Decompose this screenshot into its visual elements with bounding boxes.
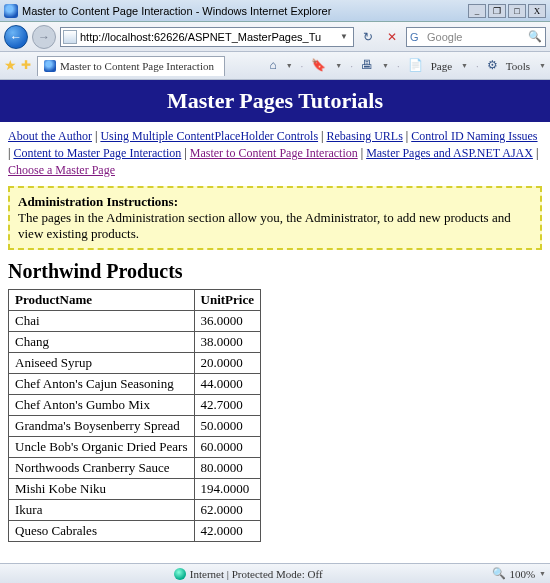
tab-favicon (44, 60, 56, 72)
product-name-cell: Queso Cabrales (9, 521, 195, 542)
unit-price-cell: 62.0000 (194, 500, 260, 521)
search-placeholder: Google (427, 31, 528, 43)
products-table: ProductNameUnitPrice Chai36.0000Chang38.… (8, 289, 261, 542)
product-name-cell: Mishi Kobe Niku (9, 479, 195, 500)
tools-menu-icon[interactable]: ⚙ (487, 58, 498, 73)
status-bar: Internet | Protected Mode: Off 🔍 100% ▼ (0, 563, 550, 583)
internet-zone-icon (174, 568, 186, 580)
refresh-button[interactable]: ↻ (358, 27, 378, 47)
url-dropdown-icon[interactable]: ▼ (337, 32, 351, 41)
table-row: Chang38.0000 (9, 332, 261, 353)
table-row: Northwoods Cranberry Sauce80.0000 (9, 458, 261, 479)
zone-text: Internet | Protected Mode: Off (190, 568, 323, 580)
table-row: Chef Anton's Cajun Seasoning44.0000 (9, 374, 261, 395)
tutorial-link[interactable]: Rebasing URLs (326, 129, 402, 143)
page-content: Master Pages Tutorials About the Author … (0, 80, 550, 563)
unit-price-cell: 60.0000 (194, 437, 260, 458)
url-field[interactable]: http://localhost:62626/ASPNET_MasterPage… (60, 27, 354, 47)
back-button[interactable]: ← (4, 25, 28, 49)
admin-instructions-title: Administration Instructions: (18, 194, 532, 210)
search-go-icon[interactable]: 🔍 (528, 30, 542, 43)
home-drop-icon[interactable]: ▼ (286, 62, 293, 70)
table-row: Aniseed Syrup20.0000 (9, 353, 261, 374)
unit-price-cell: 44.0000 (194, 374, 260, 395)
tutorial-link[interactable]: Master Pages and ASP.NET AJAX (366, 146, 533, 160)
link-separator: | (533, 146, 538, 160)
page-drop-icon[interactable]: ▼ (461, 62, 468, 70)
zoom-level[interactable]: 100% (509, 568, 535, 580)
page-banner: Master Pages Tutorials (0, 80, 550, 122)
add-favorites-icon[interactable]: ✚ (21, 58, 31, 73)
table-row: Grandma's Boysenberry Spread50.0000 (9, 416, 261, 437)
tab-title: Master to Content Page Interaction (60, 60, 214, 72)
unit-price-cell: 80.0000 (194, 458, 260, 479)
table-row: Ikura62.0000 (9, 500, 261, 521)
table-header: UnitPrice (194, 290, 260, 311)
url-text: http://localhost:62626/ASPNET_MasterPage… (80, 31, 337, 43)
favorites-star-icon[interactable]: ★ (4, 57, 17, 74)
product-name-cell: Uncle Bob's Organic Dried Pears (9, 437, 195, 458)
table-row: Chai36.0000 (9, 311, 261, 332)
admin-instructions-box: Administration Instructions: The pages i… (8, 186, 542, 250)
product-name-cell: Aniseed Syrup (9, 353, 195, 374)
feeds-icon[interactable]: 🔖 (311, 58, 326, 73)
product-name-cell: Chef Anton's Gumbo Mix (9, 395, 195, 416)
admin-instructions-body: The pages in the Administration section … (18, 210, 532, 242)
unit-price-cell: 42.7000 (194, 395, 260, 416)
window-title: Master to Content Page Interaction - Win… (22, 5, 468, 17)
zoom-icon[interactable]: 🔍 (492, 567, 506, 580)
stop-button[interactable]: ✕ (382, 27, 402, 47)
table-row: Mishi Kobe Niku194.0000 (9, 479, 261, 500)
table-row: Queso Cabrales42.0000 (9, 521, 261, 542)
table-row: Uncle Bob's Organic Dried Pears60.0000 (9, 437, 261, 458)
link-separator: | (403, 129, 411, 143)
tutorial-link[interactable]: Content to Master Page Interaction (13, 146, 181, 160)
page-menu-label[interactable]: Page (431, 60, 452, 72)
tools-drop-icon[interactable]: ▼ (539, 62, 546, 70)
tutorial-link[interactable]: Control ID Naming Issues (411, 129, 537, 143)
browser-tab[interactable]: Master to Content Page Interaction (37, 56, 225, 76)
forward-button[interactable]: → (32, 25, 56, 49)
product-name-cell: Northwoods Cranberry Sauce (9, 458, 195, 479)
search-provider-icon: G (410, 31, 424, 43)
close-button[interactable]: X (528, 4, 546, 18)
maximize-button[interactable]: □ (508, 4, 526, 18)
link-separator: | (358, 146, 366, 160)
banner-title: Master Pages Tutorials (167, 88, 383, 113)
tutorial-link[interactable]: About the Author (8, 129, 92, 143)
home-icon[interactable]: ⌂ (269, 58, 276, 73)
tutorial-nav-links: About the Author | Using Multiple Conten… (0, 122, 550, 182)
feeds-drop-icon[interactable]: ▼ (335, 62, 342, 70)
product-name-cell: Ikura (9, 500, 195, 521)
tutorial-link[interactable]: Using Multiple ContentPlaceHolder Contro… (100, 129, 318, 143)
print-drop-icon[interactable]: ▼ (382, 62, 389, 70)
unit-price-cell: 20.0000 (194, 353, 260, 374)
print-icon[interactable]: 🖶 (361, 58, 373, 73)
tools-menu-label[interactable]: Tools (506, 60, 530, 72)
link-separator: | (181, 146, 189, 160)
tutorial-link[interactable]: Master to Content Page Interaction (190, 146, 358, 160)
ie-favicon (4, 4, 18, 18)
zoom-drop-icon[interactable]: ▼ (539, 570, 546, 578)
search-field[interactable]: G Google 🔍 (406, 27, 546, 47)
unit-price-cell: 50.0000 (194, 416, 260, 437)
table-header: ProductName (9, 290, 195, 311)
minimize-button[interactable]: _ (468, 4, 486, 18)
unit-price-cell: 42.0000 (194, 521, 260, 542)
address-bar: ← → http://localhost:62626/ASPNET_Master… (0, 22, 550, 52)
command-bar: ★ ✚ Master to Content Page Interaction ⌂… (0, 52, 550, 80)
tutorial-link[interactable]: Choose a Master Page (8, 163, 115, 177)
product-name-cell: Grandma's Boysenberry Spread (9, 416, 195, 437)
product-name-cell: Chai (9, 311, 195, 332)
product-name-cell: Chang (9, 332, 195, 353)
unit-price-cell: 38.0000 (194, 332, 260, 353)
table-row: Chef Anton's Gumbo Mix42.7000 (9, 395, 261, 416)
page-icon (63, 30, 77, 44)
restore-button[interactable]: ❐ (488, 4, 506, 18)
product-name-cell: Chef Anton's Cajun Seasoning (9, 374, 195, 395)
unit-price-cell: 194.0000 (194, 479, 260, 500)
window-titlebar: Master to Content Page Interaction - Win… (0, 0, 550, 22)
page-menu-icon[interactable]: 📄 (408, 58, 423, 73)
unit-price-cell: 36.0000 (194, 311, 260, 332)
section-heading: Northwind Products (8, 260, 542, 283)
